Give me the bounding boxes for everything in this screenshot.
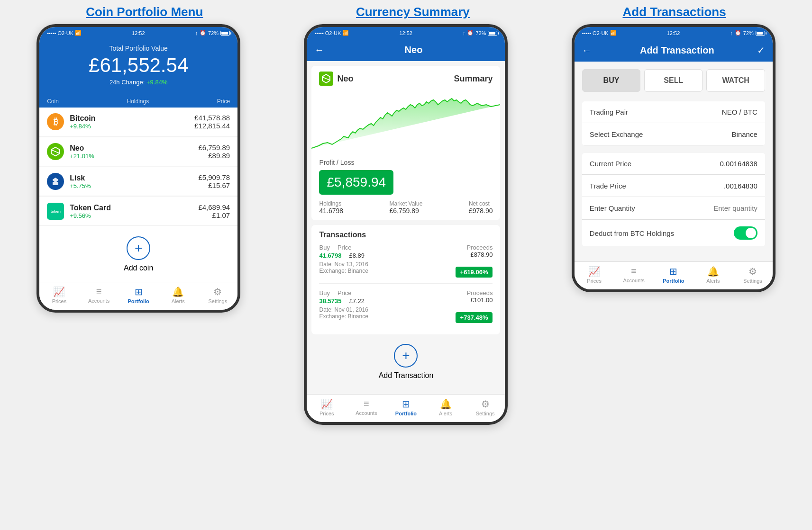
tx2-date: Date: Nov 01, 2016	[319, 306, 368, 313]
profit-loss-value: £5,859.94	[319, 170, 393, 195]
neo-info: Neo +21.01%	[70, 144, 198, 160]
neo-coin-name: Neo	[337, 74, 353, 84]
buy-button[interactable]: BUY	[582, 69, 640, 92]
bitcoin-holding: £41,578.88	[194, 114, 230, 122]
add-transaction-button-2[interactable]: + Add Transaction	[311, 334, 500, 389]
bottom-nav-2: 📈 Prices ≡ Accounts ⊞ Portfolio 🔔 Alerts…	[307, 394, 505, 422]
coin-row-neo[interactable]: Neo +21.01% £6,759.89 £89.89	[39, 137, 237, 166]
summary-card: Neo Summary	[311, 66, 500, 220]
nav-prices-label-2: Prices	[319, 411, 334, 416]
transactions-title: Transactions	[319, 231, 493, 239]
nav-alerts-label-2: Alerts	[439, 411, 452, 416]
trading-pair-value: NEO / BTC	[722, 108, 757, 116]
wifi-icon-2: 📶	[342, 30, 349, 36]
trading-pair-row: Trading Pair NEO / BTC	[582, 101, 765, 123]
nav-prices-1[interactable]: 📈 Prices	[39, 286, 79, 304]
lisk-info: Lisk +5.75%	[70, 174, 198, 189]
nav-accounts-3[interactable]: ≡ Accounts	[614, 266, 654, 284]
phone3-title: Add Transactions	[623, 5, 726, 19]
carrier-name-1: O2-UK	[57, 30, 73, 36]
nav-settings-2[interactable]: ⚙ Settings	[465, 398, 505, 416]
deduct-toggle-row: Deduct from BTC Holdings	[582, 219, 765, 246]
portfolio-label: Total Portfolio Value	[47, 45, 230, 52]
nav-portfolio-2[interactable]: ⊞ Portfolio	[386, 398, 426, 416]
add-tx-title: Add Transaction	[640, 45, 714, 56]
nav-alerts-2[interactable]: 🔔 Alerts	[426, 398, 465, 416]
lisk-price: £15.67	[198, 181, 230, 189]
prices-icon-3: 📈	[588, 266, 600, 277]
trade-price-input[interactable]	[667, 182, 757, 190]
deduct-toggle[interactable]	[734, 226, 757, 240]
nav-portfolio-3[interactable]: ⊞ Portfolio	[654, 266, 693, 284]
prices-icon-1: 📈	[53, 286, 65, 297]
neo-icon	[47, 143, 64, 160]
settings-icon-1: ⚙	[213, 286, 222, 297]
exchange-label: Select Exchange	[590, 130, 643, 138]
deduct-label: Deduct from BTC Holdings	[590, 229, 674, 237]
watch-button[interactable]: WATCH	[706, 69, 765, 92]
nav-accounts-2[interactable]: ≡ Accounts	[347, 398, 386, 416]
tx2-exchange: Exchange: Binance	[319, 313, 368, 320]
add-coin-label: Add coin	[124, 264, 153, 272]
alerts-icon-1: 🔔	[172, 286, 184, 297]
battery-icon-2	[488, 31, 497, 36]
tx2-type-label: Buy	[319, 289, 329, 296]
coin-list: ₿ Bitcoin +9.84% £41,578.88 £12,815.44 N…	[39, 108, 237, 226]
trade-price-row[interactable]: Trade Price	[582, 175, 765, 197]
col-coin: Coin	[47, 98, 59, 105]
back-button-2[interactable]: ←	[314, 45, 324, 55]
profit-loss-section: Profit / Loss £5,859.94 Holdings 41.6798…	[311, 153, 500, 220]
profit-loss-label: Profit / Loss	[319, 159, 493, 166]
status-right-1: ↑ ⏰ 72%	[195, 30, 230, 36]
sell-button[interactable]: SELL	[644, 69, 703, 92]
bitcoin-name: Bitcoin	[70, 114, 194, 123]
nav-settings-label-1: Settings	[208, 298, 227, 304]
tx1-exchange: Exchange: Binance	[319, 268, 368, 274]
coin-row-lisk[interactable]: Lisk +5.75% £5,909.78 £15.67	[39, 167, 237, 196]
holdings-label: Holdings	[319, 200, 343, 207]
nav-portfolio-1[interactable]: ⊞ Portfolio	[119, 286, 158, 304]
net-cost-value: £978.90	[469, 207, 493, 215]
phone3-add-transaction: ••••• O2-UK 📶 12:52 ↑ ⏰ 72% ← Add Transa…	[572, 24, 776, 292]
neo-logo-name: Neo	[319, 72, 353, 86]
tx1-proceeds: £878.90	[456, 251, 493, 258]
lisk-holding: £5,909.78	[198, 173, 230, 181]
tokencard-change: +9.56%	[70, 212, 198, 219]
quantity-row[interactable]: Enter Quantity	[582, 198, 765, 219]
lisk-icon	[47, 173, 64, 190]
coin-row-tokencard[interactable]: token Token Card +9.56% £4,689.94 £1.07	[39, 197, 237, 226]
nav-alerts-1[interactable]: 🔔 Alerts	[158, 286, 198, 304]
exchange-row[interactable]: Select Exchange Binance	[582, 124, 765, 145]
holdings-item-market: Market Value £6,759.89	[390, 200, 423, 215]
neo-name: Neo	[70, 144, 198, 153]
coin-row-bitcoin[interactable]: ₿ Bitcoin +9.84% £41,578.88 £12,815.44	[39, 108, 237, 136]
tokencard-holding: £4,689.94	[198, 203, 230, 211]
nav-settings-3[interactable]: ⚙ Settings	[733, 266, 773, 284]
time-1: 12:52	[132, 30, 145, 36]
nav-accounts-label-1: Accounts	[88, 298, 109, 304]
signal-dots-2: •••••	[314, 30, 323, 36]
portfolio-icon-3: ⊞	[669, 266, 677, 277]
add-coin-button[interactable]: + Add coin	[39, 227, 237, 282]
bitcoin-price: £12,815.44	[194, 122, 230, 130]
nav-accounts-1[interactable]: ≡ Accounts	[79, 286, 119, 304]
back-button-3[interactable]: ←	[582, 45, 592, 56]
nav-settings-1[interactable]: ⚙ Settings	[198, 286, 238, 304]
nav-settings-label-3: Settings	[743, 278, 762, 284]
market-value-label: Market Value	[390, 200, 423, 207]
summary-card-header: Neo Summary	[311, 66, 500, 91]
time-3: 12:52	[667, 30, 680, 36]
nav-prices-3[interactable]: 📈 Prices	[575, 266, 614, 284]
carrier-name-3: O2-UK	[593, 30, 609, 36]
holdings-row: Holdings 41.6798 Market Value £6,759.89 …	[319, 200, 493, 215]
check-icon[interactable]: ✓	[757, 45, 765, 56]
nav-prices-2[interactable]: 📈 Prices	[307, 398, 347, 416]
tx1-amount: 41.6798	[319, 252, 341, 259]
nav-settings-label-2: Settings	[476, 411, 495, 416]
tx2-proceeds: £101.00	[456, 296, 493, 304]
battery-icon-3	[756, 31, 765, 36]
currency-header: ← Neo	[307, 39, 505, 61]
quantity-input[interactable]	[667, 204, 757, 212]
nav-alerts-label-3: Alerts	[706, 278, 720, 284]
nav-alerts-3[interactable]: 🔔 Alerts	[693, 266, 733, 284]
